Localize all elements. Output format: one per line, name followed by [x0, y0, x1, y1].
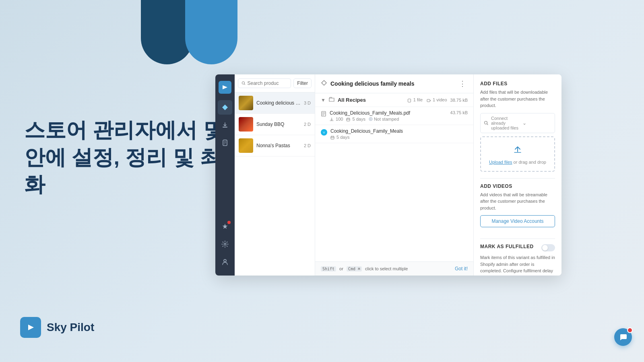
divider-2: [480, 239, 555, 239]
right-panel: ADD FILES Add files that will be downloa…: [474, 74, 561, 276]
sidebar-item-settings[interactable]: [218, 237, 232, 251]
folder-name: All Recipes: [338, 97, 404, 103]
search-icon: [242, 81, 246, 86]
chat-button[interactable]: [614, 328, 632, 346]
product-thumb-cooking: [239, 96, 253, 110]
folder-icon: [329, 97, 334, 103]
sidebar-item-download[interactable]: [218, 118, 232, 132]
search-bar: Filter: [235, 74, 315, 93]
files-panel: Cooking delicious family meals ⋮ ▼ All R…: [315, 74, 474, 276]
folder-video-count: 1 video: [427, 97, 447, 102]
deco-circle-blue: [185, 0, 237, 64]
file-downloads: 100: [330, 117, 343, 121]
connect-chevron-icon: ⌄: [522, 120, 551, 126]
fulfilled-toggle[interactable]: [541, 244, 555, 251]
file-size-pdf: 43.75 kB: [450, 110, 468, 115]
hint-or: or: [339, 266, 343, 271]
file-meta-vimeo: 5 days: [330, 135, 468, 140]
svg-point-11: [485, 121, 487, 124]
file-item-pdf[interactable]: Cooking_Delicious_Family_Meals.pdf 100: [315, 107, 473, 125]
product-name-cooking: Cooking delicious f...: [256, 100, 301, 106]
upload-text: Upload files or drag and drop: [487, 160, 548, 165]
fulfilled-title: MARK AS FULFILLED: [480, 244, 534, 249]
file-age: 5 days: [346, 117, 365, 121]
add-videos-title: ADD VIDEOS: [480, 183, 555, 189]
logo-area: Sky Pilot: [20, 317, 94, 338]
cmd-key: Cmd ⌘: [347, 266, 362, 272]
sidebar-item-user[interactable]: [218, 255, 232, 269]
upload-link[interactable]: Upload files: [489, 160, 512, 165]
manage-video-accounts-button[interactable]: Manage Video Accounts: [480, 215, 555, 227]
shift-key: Shift: [321, 266, 336, 272]
add-files-title: ADD FILES: [480, 81, 555, 86]
vimeo-icon: V: [321, 129, 327, 136]
add-videos-desc: Add videos that will be streamable after…: [480, 191, 555, 212]
sidebar: [215, 74, 235, 276]
product-thumb-pasta: [239, 138, 253, 153]
file-name-pdf: Cooking_Delicious_Family_Meals.pdf: [330, 110, 447, 116]
file-info-pdf: Cooking_Delicious_Family_Meals.pdf 100: [330, 110, 447, 121]
svg-rect-5: [408, 99, 411, 102]
upload-zone[interactable]: Upload files or drag and drop: [480, 136, 555, 172]
folder-file-count: 1 file: [407, 97, 423, 102]
hint-text: click to select multiple: [365, 266, 408, 271]
svg-point-2: [224, 243, 226, 245]
file-name-vimeo: Cooking_Delicious_Family_Meals: [330, 128, 468, 134]
products-panel: Filter Cooking delicious f... 3 D Sunday…: [235, 74, 315, 276]
svg-point-4: [242, 82, 244, 84]
divider-1: [480, 178, 555, 179]
product-item-cooking[interactable]: Cooking delicious f... 3 D: [235, 93, 315, 114]
fulfilled-desc: Mark items of this variant as fulfilled …: [480, 254, 555, 276]
product-thumb-bbq: [239, 117, 253, 132]
got-it-button[interactable]: Got it!: [455, 266, 468, 272]
fulfilled-link[interactable]: here: [502, 275, 510, 276]
product-header-title: Cooking delicious family meals: [330, 80, 454, 87]
sidebar-item-document[interactable]: [218, 136, 232, 150]
search-input-wrap[interactable]: [238, 78, 291, 88]
deco-circles: [141, 0, 237, 64]
more-options-button[interactable]: ⋮: [457, 79, 468, 88]
file-item-vimeo[interactable]: V Cooking_Delicious_Family_Meals 5 days: [315, 125, 473, 143]
connect-files-input[interactable]: Connect already uploaded files ⌄: [480, 113, 555, 133]
sparkles-badge: [227, 221, 231, 224]
folder-item[interactable]: ▼ All Recipes 1 file: [315, 93, 473, 107]
file-stamp-status: Not stamped: [369, 117, 399, 121]
product-header-tag-icon: [321, 80, 327, 88]
svg-rect-0: [223, 127, 227, 128]
sidebar-item-sparkles[interactable]: [218, 219, 232, 234]
search-input[interactable]: [247, 80, 287, 86]
logo-text: Sky Pilot: [47, 321, 94, 334]
sidebar-item-tag[interactable]: [218, 100, 232, 115]
product-item-bbq[interactable]: Sunday BBQ 2 D: [235, 114, 315, 135]
file-info-vimeo: Cooking_Delicious_Family_Meals 5 days: [330, 128, 468, 140]
upload-or-drag: or drag and drop: [514, 160, 546, 165]
fulfilled-section: MARK AS FULFILLED Mark items of this var…: [480, 244, 555, 276]
svg-rect-6: [427, 99, 430, 102]
fulfilled-header: MARK AS FULFILLED: [480, 244, 555, 252]
app-window: Filter Cooking delicious f... 3 D Sunday…: [215, 74, 561, 276]
product-item-pasta[interactable]: Nonna's Pastas 2 D: [235, 135, 315, 156]
filter-button[interactable]: Filter: [293, 78, 312, 88]
product-name-pasta: Nonna's Pastas: [256, 143, 301, 148]
svg-point-3: [224, 259, 226, 262]
add-files-desc: Add files that will be downloadable afte…: [480, 89, 555, 109]
upload-icon: [487, 144, 548, 157]
file-meta-pdf: 100 5 days Not stamp: [330, 117, 447, 121]
connect-files-placeholder: Connect already uploaded files: [491, 116, 520, 130]
product-count-pasta: 2 D: [304, 143, 311, 148]
file-pdf-icon: [321, 111, 326, 118]
hint-bar: Shift or Cmd ⌘ click to select multiple …: [315, 261, 473, 276]
logo-icon: [20, 317, 41, 338]
chat-badge: [627, 327, 633, 333]
folder-size: 38.75 kB: [450, 98, 468, 103]
folder-arrow-icon: ▼: [321, 97, 326, 103]
folder-meta: 1 file 1 video: [407, 97, 447, 102]
file-age-vimeo: 5 days: [330, 135, 349, 140]
sidebar-logo[interactable]: [219, 81, 231, 94]
product-header: Cooking delicious family meals ⋮: [315, 74, 473, 93]
product-name-bbq: Sunday BBQ: [256, 121, 301, 127]
product-count-cooking: 3 D: [304, 101, 311, 105]
product-count-bbq: 2 D: [304, 122, 311, 127]
connect-search-icon: [484, 121, 489, 125]
